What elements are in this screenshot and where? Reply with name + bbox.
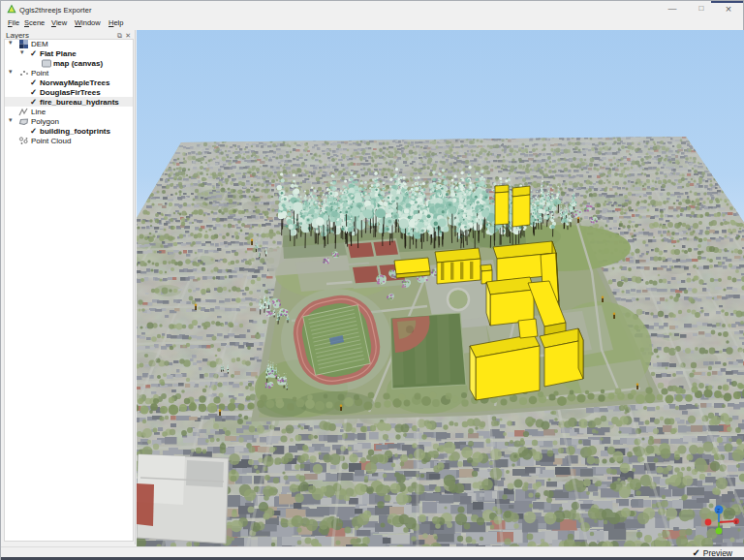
svg-text:Z: Z (717, 508, 720, 513)
